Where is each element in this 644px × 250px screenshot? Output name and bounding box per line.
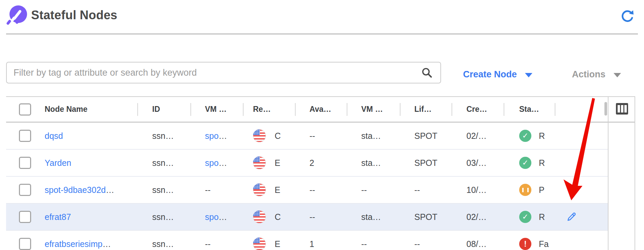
vm-state-value: sta…	[361, 212, 381, 222]
column-header-region[interactable]: Re…	[243, 97, 295, 122]
lifecycle-value: SPOT	[414, 212, 437, 222]
table-row[interactable]: dqsd ssn… spo… C -- sta… SPOT 02/… ✓ R	[6, 123, 608, 150]
column-header-created[interactable]: Cre…	[452, 97, 504, 122]
column-header-actions	[555, 97, 608, 122]
running-status-icon: ✓	[519, 211, 531, 223]
lifecycle-value: SPOT	[414, 158, 437, 168]
us-flag-icon	[253, 156, 266, 169]
status-label: R	[539, 212, 545, 222]
column-header-az[interactable]: Ava…	[295, 97, 347, 122]
created-date: 02/…	[466, 131, 487, 141]
vm-name-link[interactable]: spo	[205, 212, 218, 222]
spot-logo-icon	[7, 5, 27, 25]
table-row[interactable]: efratbseriesimp… ssn… -- E 1 -- -- 08/… …	[6, 231, 608, 250]
paused-status-icon	[519, 184, 531, 196]
vm-state-value: sta…	[361, 131, 381, 141]
node-id: ssn…	[152, 239, 174, 249]
node-id: ssn…	[152, 185, 174, 195]
columns-icon	[618, 105, 620, 112]
region-value: C	[275, 212, 281, 222]
page-title: Stateful Nodes	[31, 8, 117, 22]
table-row[interactable]: Yarden ssn… spo… E 2 sta… SPOT 03/… ✓ R	[6, 150, 608, 177]
stateful-nodes-table: Node NameIDVM …Re…Ava…VM …Lif…Cre…Sta… d…	[6, 96, 635, 250]
header-divider	[6, 33, 638, 34]
vm-name-link: --	[205, 239, 211, 249]
column-header-vmstate[interactable]: VM …	[347, 97, 400, 122]
table-body: dqsd ssn… spo… C -- sta… SPOT 02/… ✓ R Y…	[6, 123, 635, 250]
row-checkbox[interactable]	[19, 130, 31, 142]
created-date: 08/…	[466, 239, 487, 249]
availability-zone-value: 2	[309, 158, 314, 168]
vertical-scrollbar-thumb[interactable]	[604, 102, 607, 116]
actions-button[interactable]: Actions	[572, 66, 621, 82]
created-date: 03/…	[466, 158, 487, 168]
status-label: Fa	[539, 239, 549, 249]
table-right-gutter	[608, 97, 635, 250]
us-flag-icon	[253, 238, 266, 250]
availability-zone-value: 1	[309, 239, 314, 249]
running-status-icon: ✓	[519, 130, 531, 142]
region-value: E	[275, 158, 280, 168]
column-header-life[interactable]: Lif…	[400, 97, 452, 122]
lifecycle-value: --	[414, 185, 420, 195]
stateful-nodes-page: Stateful Nodes Create Node Actions Node …	[0, 0, 644, 250]
region-value: E	[275, 185, 280, 195]
vm-name-link[interactable]: spo	[205, 131, 218, 141]
lifecycle-value: --	[414, 239, 420, 249]
us-flag-icon	[253, 210, 266, 223]
create-node-button[interactable]: Create Node	[463, 66, 532, 82]
refresh-icon	[620, 9, 635, 24]
availability-zone-value: --	[309, 131, 315, 141]
us-flag-icon	[253, 129, 266, 142]
node-name-link[interactable]: efrat87	[45, 212, 71, 222]
lifecycle-value: SPOT	[414, 131, 437, 141]
edit-pencil-icon[interactable]	[567, 212, 577, 222]
failed-status-icon: !	[519, 238, 531, 250]
column-header-id[interactable]: ID	[137, 97, 190, 122]
vm-name-link: --	[205, 185, 211, 195]
status-label: P	[539, 185, 545, 195]
node-name-link[interactable]: efratbseriesimp	[45, 239, 102, 249]
node-id: ssn…	[152, 131, 174, 141]
table-row[interactable]: efrat87 ssn… spo… C -- sta… SPOT 02/… ✓ …	[6, 204, 608, 231]
refresh-button[interactable]	[620, 9, 635, 24]
created-date: 02/…	[466, 212, 487, 222]
select-all-checkbox[interactable]	[19, 103, 31, 116]
row-checkbox[interactable]	[19, 184, 31, 196]
node-id: ssn…	[152, 212, 174, 222]
column-header-name[interactable]: Node Name	[41, 97, 137, 122]
vm-state-value: sta…	[361, 158, 381, 168]
region-value: E	[275, 239, 280, 249]
row-checkbox[interactable]	[19, 157, 31, 169]
row-checkbox[interactable]	[19, 211, 31, 223]
filter-input[interactable]	[6, 62, 441, 83]
node-name-link[interactable]: spot-9dbae302d	[45, 185, 106, 195]
table-header-row: Node NameIDVM …Re…Ava…VM …Lif…Cre…Sta…	[6, 97, 635, 123]
status-label: R	[539, 158, 545, 168]
vm-state-value: --	[361, 239, 367, 249]
node-id: ssn…	[152, 158, 174, 168]
running-status-icon: ✓	[519, 157, 531, 169]
row-checkbox[interactable]	[19, 238, 31, 250]
column-picker-button[interactable]	[616, 103, 628, 115]
us-flag-icon	[253, 183, 266, 196]
table-row[interactable]: spot-9dbae302d… ssn… -- E -- -- -- 10/… …	[6, 177, 608, 204]
column-header-vm[interactable]: VM …	[190, 97, 243, 122]
column-header-status[interactable]: Sta…	[504, 97, 555, 122]
filter-box	[6, 62, 441, 83]
status-label: R	[539, 131, 545, 141]
region-value: C	[275, 131, 281, 141]
node-name-link[interactable]: Yarden	[45, 158, 71, 168]
chevron-down-icon	[525, 73, 532, 77]
availability-zone-value: --	[309, 212, 315, 222]
vm-name-link[interactable]: spo	[205, 158, 218, 168]
created-date: 10/…	[466, 185, 487, 195]
availability-zone-value: --	[309, 185, 315, 195]
vm-state-value: --	[361, 185, 367, 195]
chevron-down-icon	[614, 73, 621, 77]
node-name-link[interactable]: dqsd	[45, 131, 63, 141]
